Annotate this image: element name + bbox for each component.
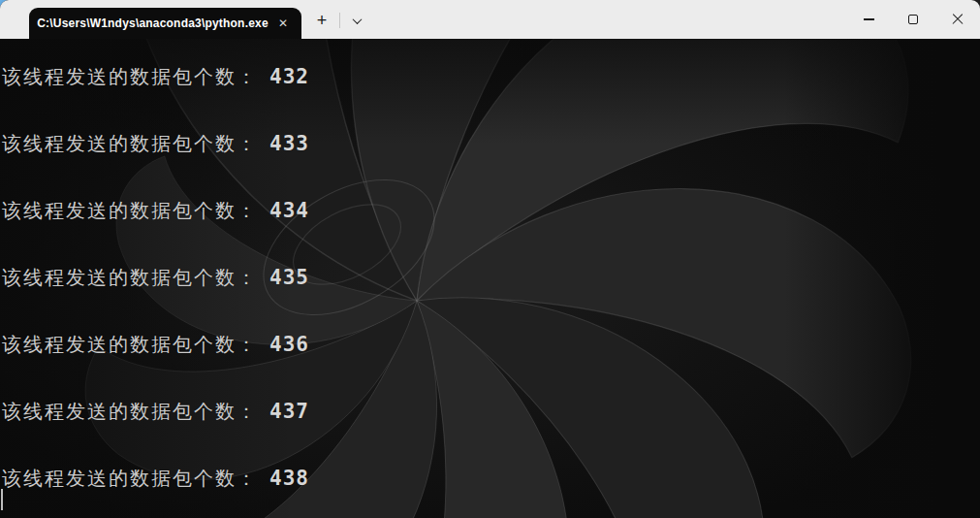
minimize-button[interactable]: [846, 0, 891, 39]
tab-python-exe[interactable]: C:\Users\W1ndys\anaconda3\python.exe ✕: [29, 8, 301, 39]
chevron-down-icon: [352, 15, 362, 24]
terminal-output-line: 该线程发送的数据包个数：437: [2, 400, 309, 423]
line-label: 该线程发送的数据包个数：: [2, 266, 258, 289]
line-label: 该线程发送的数据包个数：: [2, 132, 258, 155]
terminal-cursor: [1, 489, 3, 510]
line-value: 434: [269, 199, 309, 222]
window-controls: [846, 0, 980, 39]
line-value: 432: [269, 65, 309, 88]
close-icon: [952, 14, 964, 25]
terminal-window: C:\Users\W1ndys\anaconda3\python.exe ✕ +: [0, 0, 980, 518]
maximize-icon: [908, 15, 918, 24]
line-value: 436: [269, 333, 309, 356]
terminal-viewport[interactable]: 该线程发送的数据包个数：432 该线程发送的数据包个数：433 该线程发送的数据…: [0, 39, 980, 518]
terminal-output-line: 该线程发送的数据包个数：433: [2, 132, 309, 155]
terminal-output-line: 该线程发送的数据包个数：432: [2, 65, 309, 88]
terminal-output-line: 该线程发送的数据包个数：435: [2, 266, 309, 289]
line-value: 437: [269, 400, 309, 423]
line-label: 该线程发送的数据包个数：: [2, 65, 258, 88]
tab-title: C:\Users\W1ndys\anaconda3\python.exe: [37, 16, 294, 30]
line-label: 该线程发送的数据包个数：: [2, 199, 258, 222]
close-button[interactable]: [935, 0, 980, 39]
line-value: 438: [269, 467, 309, 490]
tab-close-icon[interactable]: ✕: [274, 15, 292, 32]
new-tab-button[interactable]: +: [309, 8, 334, 33]
line-label: 该线程发送的数据包个数：: [2, 467, 258, 490]
tab-bar-divider: [339, 13, 340, 28]
line-value: 435: [269, 266, 309, 289]
terminal-output-line: 该线程发送的数据包个数：436: [2, 333, 309, 356]
tab-dropdown-button[interactable]: [345, 10, 368, 31]
titlebar[interactable]: C:\Users\W1ndys\anaconda3\python.exe ✕ +: [0, 0, 980, 39]
terminal-output-line: 该线程发送的数据包个数：438: [2, 467, 309, 490]
line-label: 该线程发送的数据包个数：: [2, 333, 258, 356]
terminal-output-line: 该线程发送的数据包个数：434: [2, 199, 309, 222]
line-value: 433: [269, 132, 309, 155]
minimize-icon: [864, 18, 874, 19]
line-label: 该线程发送的数据包个数：: [2, 400, 258, 423]
maximize-button[interactable]: [891, 0, 935, 39]
